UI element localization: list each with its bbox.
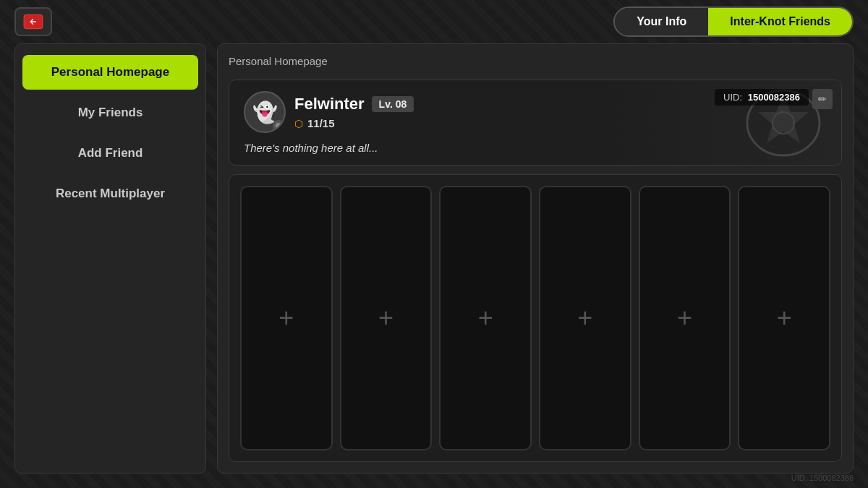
friends-count: 11/15 [307,117,335,129]
profile-level: Lv. 08 [372,96,414,112]
panel-title: Personal Homepage [229,55,842,67]
uid-badge: UID: 1500082386 [715,89,809,106]
sidebar-item-my-friends[interactable]: My Friends [22,95,198,130]
inter-knot-button[interactable]: Inter-Knot Friends [708,8,852,35]
char-slot-2[interactable]: + [340,186,433,450]
add-char-icon-6: + [777,303,792,333]
friends-icon: ⬡ [294,118,303,129]
profile-card: 👻 Felwinter Lv. 08 ⬡ 11/15 [229,80,842,166]
char-slot-4[interactable]: + [539,186,631,450]
avatar-badge [273,120,284,132]
top-buttons: Your Info Inter-Knot Friends [613,7,854,37]
avatar: 👻 [244,91,286,133]
your-info-button[interactable]: Your Info [615,8,708,35]
sidebar: Personal Homepage My Friends Add Friend … [14,43,206,474]
add-char-icon-1: + [278,303,294,333]
character-slots: + + + + + + [229,174,842,462]
add-char-icon-4: + [577,303,592,333]
sidebar-item-recent-multiplayer[interactable]: Recent Multiplayer [22,176,198,211]
add-char-icon-5: + [677,303,692,333]
profile-bio: There's nothing here at all... [244,142,827,154]
char-slot-1[interactable]: + [240,186,333,450]
top-bar: Your Info Inter-Knot Friends [0,0,868,43]
sidebar-item-personal-homepage[interactable]: Personal Homepage [22,55,198,90]
svg-point-3 [276,123,281,129]
char-slot-5[interactable]: + [639,186,731,450]
right-panel: Personal Homepage 👻 [217,43,854,474]
add-char-icon-2: + [378,303,393,333]
profile-username: Felwinter [294,95,365,114]
bottom-uid-watermark: UID: 1500082386 [791,474,854,482]
back-button[interactable] [14,7,52,36]
char-slot-3[interactable]: + [439,186,532,450]
add-char-icon-3: + [478,303,493,333]
edit-button[interactable]: ✏ [812,89,833,109]
char-slot-6[interactable]: + [738,186,830,450]
content-area: Personal Homepage My Friends Add Friend … [0,43,868,488]
sidebar-item-add-friend[interactable]: Add Friend [22,136,198,171]
profile-friends-row: ⬡ 11/15 [294,117,827,129]
